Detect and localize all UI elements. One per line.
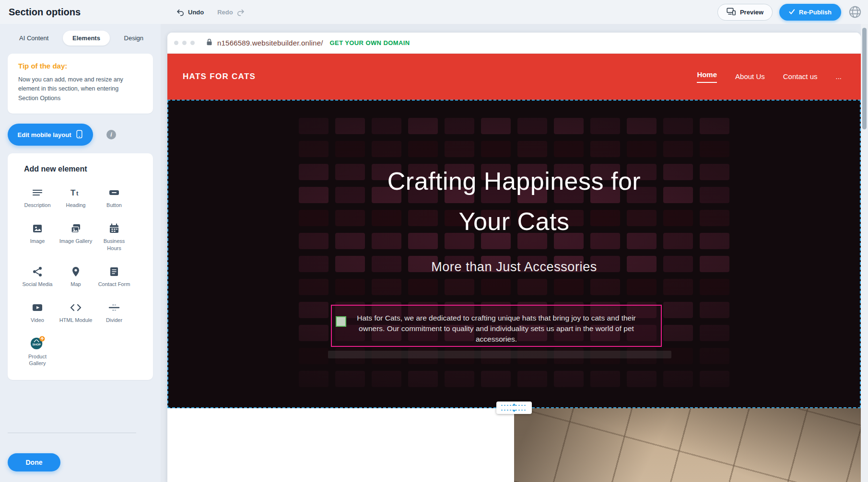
mobile-layout-row: Edit mobile layout i: [8, 124, 153, 146]
element-label: Product Gallery: [20, 353, 55, 367]
hero-description[interactable]: Hats for Cats, we are dedicated to craft…: [332, 306, 661, 344]
contact-form-icon: [108, 264, 120, 277]
scrollbar-thumb[interactable]: [862, 28, 867, 129]
undo-label: Undo: [188, 9, 204, 16]
element-label: Description: [24, 202, 50, 208]
nav-contact-us[interactable]: Contact us: [783, 72, 818, 81]
browser-bar: n1566589.websitebuilder.online/ GET YOUR…: [167, 33, 861, 54]
element-map[interactable]: Map: [57, 264, 95, 287]
tip-card: Tip of the day: Now you can add, move an…: [8, 54, 153, 114]
sidebar: AI ContentElementsDesign Tip of the day:…: [0, 24, 161, 482]
tab-elements[interactable]: Elements: [63, 31, 110, 46]
element-contact-form[interactable]: Contact Form: [95, 264, 133, 287]
devices-icon: [727, 8, 736, 17]
element-label: Button: [106, 202, 122, 208]
section-resize-handle[interactable]: [496, 402, 532, 414]
site-preview-window: n1566589.websitebuilder.online/ GET YOUR…: [167, 33, 861, 482]
lock-icon: [206, 38, 212, 47]
element-label: Contact Form: [98, 281, 130, 287]
resize-pill: [496, 402, 532, 414]
undo-button[interactable]: Undo: [176, 8, 204, 16]
html-module-icon: [70, 300, 82, 313]
element-label: HTML Module: [59, 317, 93, 323]
tip-title: Tip of the day:: [18, 62, 142, 70]
history-controls: Undo Redo: [176, 0, 245, 24]
site-nav: HomeAbout UsContact us...: [697, 70, 845, 83]
business-hours-icon: [108, 221, 120, 234]
heading-icon: Tt: [70, 185, 82, 198]
element-heading[interactable]: TtHeading: [57, 185, 95, 208]
sidebar-tabs: AI ContentElementsDesign: [0, 24, 161, 47]
hero-subtitle[interactable]: More than Just Accessories: [167, 260, 861, 275]
hero-title-line2: Your Cats: [167, 201, 861, 241]
element-label: Map: [70, 281, 81, 287]
element-label: Social Media: [23, 281, 53, 287]
next-section[interactable]: [167, 408, 861, 482]
window-dots: [174, 41, 195, 45]
hero-title[interactable]: Crafting Happiness for Your Cats: [167, 161, 861, 241]
page-title: Section options: [9, 7, 81, 18]
check-icon: [789, 9, 795, 16]
svg-text:t: t: [76, 190, 79, 197]
redo-button[interactable]: Redo: [217, 8, 245, 16]
element-social-media[interactable]: Social Media: [18, 264, 57, 287]
image-icon: [32, 221, 43, 234]
hero-title-line1: Crafting Happiness for: [167, 161, 861, 201]
edit-mobile-layout-button[interactable]: Edit mobile layout: [8, 124, 93, 146]
svg-text:T: T: [70, 188, 76, 197]
info-icon[interactable]: i: [106, 130, 116, 139]
language-globe-icon[interactable]: [848, 5, 862, 19]
site-logo[interactable]: HATS FOR CATS: [183, 72, 256, 81]
element-button[interactable]: Button: [95, 185, 133, 208]
social-media-icon: [32, 264, 43, 277]
image-gallery-icon: [70, 221, 82, 234]
selected-text-element[interactable]: Hats for Cats, we are dedicated to craft…: [331, 305, 662, 347]
element-image-gallery[interactable]: Image Gallery: [57, 221, 95, 252]
nav-home[interactable]: Home: [697, 70, 717, 83]
next-section-white: [167, 408, 514, 482]
element-video[interactable]: Video: [18, 300, 57, 323]
topbar: Section options Undo Redo Preview Re-Pub…: [0, 0, 868, 24]
element-ghost-bar: [328, 351, 671, 358]
tile-floor-image: [514, 408, 861, 482]
add-element-title: Add new element: [24, 165, 153, 173]
element-description[interactable]: Description: [18, 185, 57, 208]
republish-button[interactable]: Re-Publish: [779, 4, 841, 21]
tab-ai-content[interactable]: AI Content: [19, 31, 48, 46]
element-drag-handle[interactable]: [336, 316, 346, 327]
nav-more[interactable]: ...: [835, 72, 842, 81]
element-divider[interactable]: Divider: [95, 300, 133, 323]
preview-label: Preview: [740, 9, 763, 16]
map-icon: [70, 264, 82, 277]
svg-text:SHOP: SHOP: [32, 343, 41, 346]
product-gallery-icon: SHOP: [29, 336, 46, 350]
get-domain-link[interactable]: GET YOUR OWN DOMAIN: [330, 39, 410, 46]
site-url: n1566589.websitebuilder.online/: [217, 39, 323, 47]
element-label: Video: [31, 317, 44, 323]
main-area: n1566589.websitebuilder.online/ GET YOUR…: [161, 24, 868, 482]
elements-grid: DescriptionTtHeadingButtonImageImage Gal…: [8, 185, 153, 367]
element-label: Heading: [66, 202, 86, 208]
tip-body: Now you can add, move and resize any ele…: [18, 75, 136, 103]
element-label: Image: [30, 238, 45, 244]
divider-icon: [108, 300, 120, 313]
element-image[interactable]: Image: [18, 221, 57, 252]
element-label: Divider: [106, 317, 122, 323]
republish-label: Re-Publish: [799, 9, 832, 16]
element-html-module[interactable]: HTML Module: [57, 300, 95, 323]
site-header[interactable]: HATS FOR CATS HomeAbout UsContact us...: [167, 54, 861, 100]
nav-about-us[interactable]: About Us: [735, 72, 765, 81]
edit-mobile-label: Edit mobile layout: [18, 131, 71, 138]
element-business-hours[interactable]: Business Hours: [95, 221, 133, 252]
hero-section[interactable]: Crafting Happiness for Your Cats More th…: [167, 100, 861, 408]
add-element-panel: Add new element DescriptionTtHeadingButt…: [8, 153, 153, 380]
tab-design[interactable]: Design: [124, 31, 143, 46]
hero-vignette: [167, 100, 861, 408]
undo-icon: [176, 8, 185, 16]
scrollbar: [861, 24, 868, 482]
element-product-gallery[interactable]: SHOPProduct Gallery: [18, 336, 57, 367]
description-icon: [32, 185, 43, 198]
done-button[interactable]: Done: [8, 453, 60, 471]
redo-label: Redo: [217, 9, 233, 16]
preview-button[interactable]: Preview: [717, 4, 773, 21]
